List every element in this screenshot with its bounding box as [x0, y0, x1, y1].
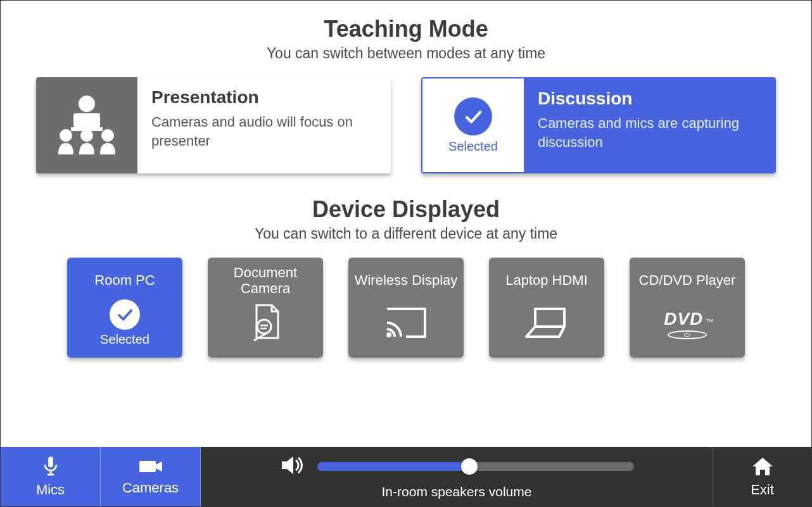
laptop-icon	[523, 305, 571, 343]
mode-selected-label: Selected	[448, 139, 498, 154]
mode-card-presentation[interactable]: Presentation Cameras and audio will focu…	[36, 77, 391, 173]
selected-check-icon	[454, 97, 492, 135]
cast-icon	[384, 305, 428, 343]
device-displayed-title: Device Displayed	[36, 196, 776, 223]
device-room-pc[interactable]: Room PC Selected	[67, 258, 182, 358]
device-wireless-display[interactable]: Wireless Display	[348, 258, 464, 358]
mode-card-discussion[interactable]: Selected Discussion Cameras and mics are…	[421, 77, 776, 173]
svg-rect-1	[73, 113, 100, 127]
device-label: Wireless Display	[355, 264, 458, 297]
device-selected-label: Selected	[100, 332, 149, 347]
home-icon	[750, 455, 775, 480]
volume-slider[interactable]	[317, 462, 634, 471]
mode-desc-discussion: Cameras and mics are capturing discussio…	[538, 114, 761, 151]
cameras-button[interactable]: Cameras	[101, 447, 201, 506]
device-dvd-player[interactable]: CD/DVD Player DVDTM	[630, 258, 745, 358]
device-laptop-hdmi[interactable]: Laptop HDMI	[489, 258, 604, 358]
camera-icon	[138, 457, 163, 479]
mics-label: Mics	[36, 482, 65, 498]
svg-point-3	[60, 129, 72, 142]
device-label: CD/DVD Player	[639, 264, 736, 297]
svg-rect-11	[48, 457, 53, 468]
svg-point-4	[80, 129, 93, 142]
document-camera-icon	[246, 303, 284, 346]
device-label: Room PC	[94, 264, 155, 297]
mode-title-presentation: Presentation	[151, 87, 377, 108]
mode-title-discussion: Discussion	[538, 89, 761, 109]
mode-desc-presentation: Cameras and audio will focus on presente…	[151, 113, 377, 150]
cameras-label: Cameras	[122, 480, 179, 496]
exit-label: Exit	[751, 482, 774, 498]
speaker-icon	[279, 454, 305, 479]
svg-point-0	[79, 96, 95, 112]
device-label: Document Camera	[213, 264, 318, 297]
device-label: Laptop HDMI	[505, 264, 588, 297]
microphone-icon	[41, 455, 61, 480]
dvd-logo-icon: DVDTM	[664, 309, 711, 339]
device-document-camera[interactable]: Document Camera	[208, 258, 323, 358]
device-displayed-subtitle: You can switch to a different device at …	[36, 225, 776, 242]
svg-rect-14	[139, 461, 156, 472]
presenter-icon	[52, 92, 122, 158]
svg-point-5	[101, 129, 114, 142]
mics-button[interactable]: Mics	[1, 447, 101, 506]
teaching-mode-subtitle: You can switch between modes at any time	[36, 45, 776, 62]
exit-button[interactable]: Exit	[713, 447, 811, 506]
svg-point-10	[386, 332, 391, 337]
teaching-mode-title: Teaching Mode	[36, 16, 776, 42]
volume-label: In-room speakers volume	[382, 484, 532, 499]
check-icon	[110, 299, 140, 330]
